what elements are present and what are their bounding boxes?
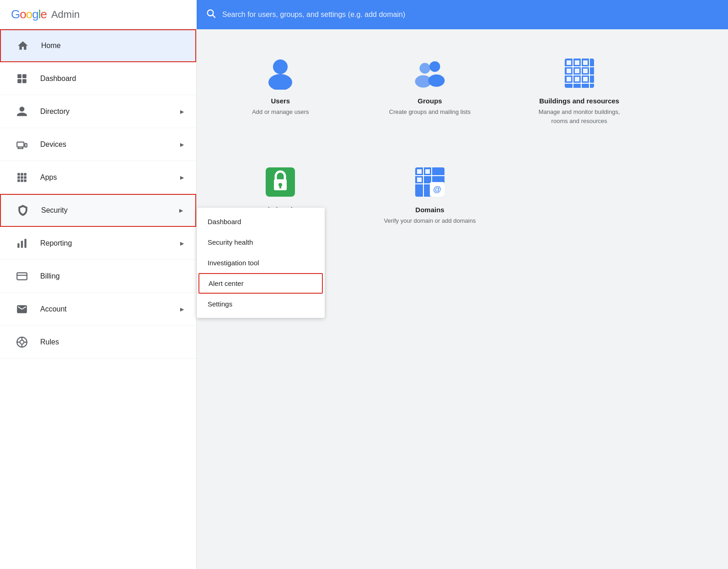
sidebar-item-rules-label: Rules [40,338,185,346]
svg-point-35 [429,61,440,72]
svg-point-32 [268,74,292,90]
svg-rect-64 [417,169,422,174]
domains-card-icon: @ [413,166,446,199]
directory-icon [11,101,33,123]
sidebar-item-apps[interactable]: Apps ► [0,161,196,194]
sidebar-item-billing-label: Billing [40,272,185,280]
users-card-icon [264,57,297,90]
svg-point-33 [419,63,430,74]
svg-point-26 [20,340,24,344]
logo-g2: g [32,7,38,21]
svg-rect-51 [575,77,579,81]
svg-rect-49 [583,69,588,73]
sidebar-item-reporting[interactable]: Reporting ► [0,227,196,260]
sidebar-item-reporting-label: Reporting [40,239,179,247]
sidebar-item-home-label: Home [41,42,184,50]
card-buildings[interactable]: Buildings and resources Manage and monit… [523,48,636,134]
svg-point-31 [273,59,288,74]
sidebar-item-directory-label: Directory [40,107,179,116]
card-groups[interactable]: Groups Create groups and mailing lists [374,48,487,134]
svg-rect-15 [21,176,23,178]
logo-g: G [11,7,20,21]
sidebar-item-rules[interactable]: Rules [0,326,196,359]
svg-rect-20 [17,243,19,248]
svg-rect-56 [279,186,281,188]
buildings-card-icon [563,57,596,90]
header: Google Admin Search for users, groups, a… [0,0,728,29]
billing-icon [11,265,33,287]
reporting-icon [11,232,33,254]
home-icon [12,35,34,57]
groups-card-title: Groups [418,97,442,105]
security-dropdown: Dashboard Security health Investigation … [197,208,325,318]
sidebar-item-billing[interactable]: Billing [0,260,196,293]
sidebar-item-devices[interactable]: Devices ► [0,128,196,161]
svg-rect-3 [22,74,27,78]
sidebar-item-account-label: Account [40,305,179,313]
cards-grid: Users Add or manage users Groups Create … [224,48,636,235]
sidebar-item-account[interactable]: Account ► [0,293,196,326]
sidebar-item-home[interactable]: Home [0,29,196,62]
admin-label: Admin [51,9,80,21]
svg-rect-65 [425,169,430,174]
svg-rect-13 [24,173,26,175]
devices-arrow-icon: ► [179,141,185,148]
google-logo: Google [11,7,47,21]
search-bar[interactable]: Search for users, groups, and settings (… [197,0,728,29]
svg-rect-14 [17,176,20,178]
domains-card-desc: Verify your domain or add domains [384,216,476,225]
buildings-card-desc: Manage and monitor buildings, rooms and … [532,107,626,125]
svg-rect-12 [21,173,23,175]
svg-rect-16 [24,176,26,178]
svg-rect-23 [17,273,27,279]
apps-arrow-icon: ► [179,174,185,181]
svg-rect-7 [25,143,27,147]
security-icon [12,199,34,221]
svg-rect-52 [583,77,588,81]
svg-rect-21 [21,241,23,247]
rules-icon [11,331,33,353]
domains-card-title: Domains [415,206,444,214]
svg-rect-46 [583,60,588,65]
sidebar-item-security-label: Security [41,206,178,215]
sidebar: Home Dashboard Directory ► [0,29,197,569]
groups-card-desc: Create groups and mailing lists [389,107,471,117]
svg-rect-45 [575,60,579,65]
card-domains[interactable]: @ Domains Verify your domain or add doma… [374,156,487,235]
card-users[interactable]: Users Add or manage users [224,48,337,134]
admin-roles-card-icon [264,166,297,199]
logo-o1: o [20,7,26,21]
svg-rect-4 [17,79,21,83]
dashboard-icon [11,68,33,90]
dropdown-item-alert-center[interactable]: Alert center [198,273,323,294]
logo-o2: o [26,7,32,21]
account-icon [11,298,33,320]
search-icon [206,8,216,21]
sidebar-item-directory[interactable]: Directory ► [0,95,196,128]
sidebar-item-dashboard[interactable]: Dashboard [0,62,196,95]
svg-rect-2 [17,74,21,78]
svg-rect-50 [567,77,571,81]
dropdown-item-security-health[interactable]: Security health [197,232,325,252]
svg-rect-17 [17,179,20,182]
sidebar-item-apps-label: Apps [40,173,179,182]
logo-e: e [40,7,46,21]
buildings-card-title: Buildings and resources [539,97,619,105]
svg-rect-6 [17,142,24,147]
sidebar-item-security[interactable]: Security ► [0,194,196,227]
directory-arrow-icon: ► [179,108,185,115]
sidebar-item-devices-label: Devices [40,140,179,149]
dropdown-item-settings[interactable]: Settings [197,294,325,314]
svg-rect-5 [22,79,27,83]
dropdown-item-investigation-tool[interactable]: Investigation tool [197,252,325,273]
devices-icon [11,134,33,156]
users-card-title: Users [271,97,290,105]
svg-rect-48 [575,69,579,73]
svg-point-36 [428,75,444,87]
search-placeholder: Search for users, groups, and settings (… [222,11,405,19]
users-card-desc: Add or manage users [252,107,309,117]
svg-rect-47 [567,69,571,73]
apps-icon [11,166,33,188]
reporting-arrow-icon: ► [179,240,185,247]
dropdown-item-dashboard[interactable]: Dashboard [197,211,325,232]
